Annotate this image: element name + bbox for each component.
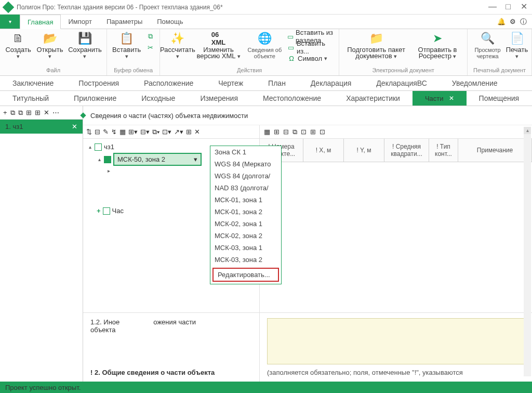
gt-icon[interactable]: ⊡ — [301, 128, 307, 136]
tab-constructions[interactable]: Построения — [66, 76, 131, 90]
help-icon[interactable]: ⓘ — [520, 17, 527, 27]
col-type[interactable]: ! Тип конт... — [429, 139, 458, 162]
tab-conclusion[interactable]: Заключение — [0, 76, 66, 90]
grid-body[interactable] — [260, 162, 532, 312]
tb-icon[interactable]: ⧉ — [10, 109, 15, 117]
gt-icon[interactable]: ⊡ — [320, 128, 325, 136]
tt-icon[interactable]: ⇅ — [86, 128, 92, 136]
group-file-caption: Файл — [3, 66, 103, 75]
tab-drawing[interactable]: Чертеж — [206, 76, 256, 90]
description-textarea[interactable] — [267, 318, 525, 364]
close-item-icon[interactable]: ✕ — [72, 123, 77, 130]
col-note[interactable]: Примечание — [458, 139, 532, 162]
tab-notification[interactable]: Уведомление — [440, 76, 510, 90]
tab-plan[interactable]: План — [256, 76, 298, 90]
dd-edit-button[interactable]: Редактировать... — [212, 268, 279, 282]
send-rosreestr-button[interactable]: ➤Отправить в Росреестр ▾ — [411, 30, 464, 60]
bell-icon[interactable]: 🔔 — [497, 18, 506, 25]
tab-characteristics[interactable]: Характеристики — [334, 91, 413, 106]
menu-tab-main[interactable]: Главная — [20, 15, 61, 29]
cut-icon: ✂ — [146, 43, 154, 51]
dd-item[interactable]: NAD 83 (долгота/ — [210, 182, 281, 194]
open-button[interactable]: 📂Открыть ▾ — [34, 30, 65, 60]
group-clip-caption: Буфер обмена — [110, 66, 156, 75]
more-icon[interactable]: ⋯ — [52, 109, 59, 116]
dd-item[interactable]: МСК-03, зона 1 — [210, 242, 281, 254]
gt-icon[interactable]: ⊞ — [274, 128, 280, 136]
menu-tab-help[interactable]: Помощь — [150, 15, 190, 29]
tt-icon[interactable]: ⧉▾ — [152, 128, 159, 136]
paste-icon: 📋 — [119, 31, 134, 46]
symbol-button[interactable]: ΩСимвол ▾ — [287, 53, 334, 63]
tab-parts[interactable]: Части✕ — [413, 91, 467, 106]
file-menu-button[interactable] — [0, 15, 20, 29]
tab-source[interactable]: Исходные — [129, 91, 188, 106]
word-icon: 📄 — [510, 31, 524, 46]
tb-icon[interactable]: ⊞ — [35, 109, 41, 116]
tt-icon[interactable]: ↗▾ — [174, 128, 183, 136]
dd-item[interactable]: МСК-02, зона 1 — [210, 218, 281, 230]
maximize-button[interactable]: □ — [504, 3, 512, 11]
delete-icon[interactable]: ✕ — [44, 109, 49, 116]
tab-declaration-vs[interactable]: ДекларацияВС — [364, 76, 439, 90]
tt-icon[interactable]: ⊞▾ — [128, 128, 138, 136]
tt-icon[interactable]: ✕ — [194, 128, 200, 136]
close-tab-icon[interactable]: ✕ — [449, 95, 454, 102]
col-y[interactable]: ! Y, м — [344, 139, 384, 162]
tt-icon[interactable]: ⊟▾ — [140, 128, 150, 136]
tt-icon[interactable]: ↯ — [111, 128, 117, 136]
dd-item[interactable]: МСК-01, зона 1 — [210, 194, 281, 206]
minimize-button[interactable]: — — [488, 3, 497, 11]
left-item-1[interactable]: 1. чз1✕ — [0, 120, 83, 134]
calc-button[interactable]: ✨Рассчитать ▾ — [163, 30, 192, 60]
add-icon[interactable]: + — [3, 109, 7, 116]
tt-icon[interactable]: ▦ — [119, 128, 126, 136]
dd-item[interactable]: Зона СК 1 — [210, 146, 281, 158]
paste-button[interactable]: 📋Вставить ▾ — [110, 30, 143, 60]
copy-button[interactable]: ⧉ — [146, 31, 154, 42]
tt-icon[interactable]: ⊡▾ — [162, 128, 171, 136]
crs-select[interactable]: МСК-50, зона 2▾ — [114, 154, 201, 165]
dd-item[interactable]: WGS 84 (Меркато — [210, 158, 281, 170]
tb-icon[interactable]: ⊞ — [26, 109, 32, 116]
tab-location[interactable]: Расположение — [131, 76, 206, 90]
node-icon — [95, 143, 102, 151]
tab-declaration[interactable]: Декларация — [298, 76, 364, 90]
xml-version-button[interactable]: 06XMLИзменить версию XML ▾ — [193, 30, 244, 60]
dd-item[interactable]: МСК-02, зона 2 — [210, 230, 281, 242]
save-button[interactable]: 💾Сохранить ▾ — [66, 30, 103, 60]
tab-rooms[interactable]: Помещения — [467, 91, 532, 106]
preview-button[interactable]: 🔍Просмотр чертежа — [471, 30, 504, 60]
col-avg[interactable]: ! Средняя квадрати... — [384, 139, 429, 162]
tt-icon[interactable]: ⊞ — [186, 128, 192, 136]
tt-icon[interactable]: ⊟ — [95, 128, 100, 136]
grid-header: ! Номера характе... ! X, м ! Y, м ! Сред… — [260, 139, 532, 162]
dd-item[interactable]: WGS 84 (долгота/ — [210, 170, 281, 182]
gt-icon[interactable]: ⊞ — [310, 128, 316, 136]
col-x[interactable]: ! X, м — [303, 139, 344, 162]
scrollbar[interactable]: ▴ — [524, 127, 531, 376]
cut-button[interactable]: ✂ — [146, 42, 154, 53]
gt-icon[interactable]: ⊟ — [283, 128, 289, 136]
tab-position[interactable]: Местоположение — [250, 91, 334, 106]
dd-item[interactable]: МСК-01, зона 2 — [210, 206, 281, 218]
insert-from-button[interactable]: ▭Вставить из... — [287, 42, 334, 53]
tt-icon[interactable]: ✎ — [103, 128, 109, 136]
close-button[interactable]: ✕ — [520, 3, 528, 11]
tab-title[interactable]: Титульный — [0, 91, 61, 106]
group-edoc-caption: Электронный документ — [342, 66, 464, 75]
object-info-button[interactable]: 🌐Сведения об объекте — [245, 30, 285, 60]
menu-tab-params[interactable]: Параметры — [99, 15, 150, 29]
gt-icon[interactable]: ⧉ — [292, 128, 297, 136]
print-button[interactable]: 📄Печать ▾ — [506, 30, 528, 60]
create-button[interactable]: 🗎Создать ▾ — [3, 30, 33, 60]
gear-icon[interactable]: ⚙ — [510, 18, 516, 25]
tab-attachment[interactable]: Приложение — [61, 91, 129, 106]
tab-measurements[interactable]: Измерения — [188, 91, 250, 106]
gt-icon[interactable]: ▦ — [264, 128, 270, 136]
menu-tab-import[interactable]: Импорт — [61, 15, 99, 29]
scroll-up-icon[interactable]: ▴ — [524, 127, 531, 134]
prepare-docs-button[interactable]: 📁Подготовить пакет документов ▾ — [342, 30, 410, 60]
dd-item[interactable]: МСК-03, зона 2 — [210, 254, 281, 266]
tb-icon[interactable]: ⧉ — [18, 109, 23, 117]
